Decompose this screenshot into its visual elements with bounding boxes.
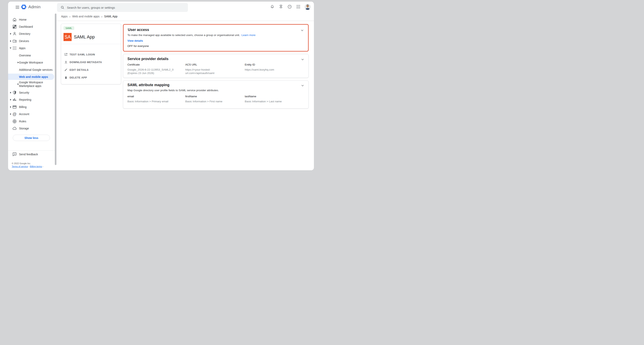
sidebar-item-label: Additional Google services bbox=[19, 68, 52, 72]
saml-attribute-mapping-panel: SAML attribute mapping Map Google direct… bbox=[123, 80, 309, 108]
certificate-field: Certificate Google_2026-6-22-113953_SAML… bbox=[128, 63, 184, 75]
breadcrumb-current: SAML App bbox=[104, 15, 118, 18]
edit-details-button[interactable]: EDIT DETAILS bbox=[61, 66, 121, 73]
cloud-icon bbox=[12, 126, 17, 131]
chevron-down-icon[interactable] bbox=[300, 28, 304, 32]
avatar[interactable] bbox=[304, 4, 311, 10]
sidebar-item-web-and-mobile-apps[interactable]: Web and mobile apps bbox=[8, 74, 54, 80]
view-details-link[interactable]: View details bbox=[128, 39, 143, 42]
breadcrumb-apps[interactable]: Apps bbox=[61, 15, 68, 18]
top-right-icons: ? bbox=[270, 2, 311, 12]
at-sign-icon: @ bbox=[12, 112, 17, 116]
panel-title: SAML attribute mapping bbox=[128, 83, 170, 87]
breadcrumb-separator: › bbox=[101, 15, 102, 18]
devices-icon bbox=[12, 39, 17, 44]
sidebar-item-google-workspace[interactable]: Google Workspace bbox=[8, 59, 57, 66]
user-access-description: To make the managed app available to sel… bbox=[128, 34, 256, 36]
sidebar-divider bbox=[8, 150, 57, 151]
expand-right-icon[interactable] bbox=[18, 83, 19, 85]
trash-icon bbox=[64, 76, 68, 79]
bar-chart-icon bbox=[12, 97, 17, 102]
billing-terms-link[interactable]: Billing terms bbox=[30, 165, 42, 168]
sidebar-item-label: Google Workspace bbox=[19, 61, 43, 64]
field-value: Basic Information > Last name bbox=[245, 100, 301, 103]
main-area: Apps › Web and mobile apps › SAML App SA… bbox=[57, 12, 314, 170]
sidebar-item-label: Storage bbox=[19, 127, 29, 130]
expand-right-icon[interactable] bbox=[10, 33, 11, 34]
saml-type-badge: SAML bbox=[64, 26, 74, 30]
menu-icon[interactable] bbox=[15, 4, 20, 9]
shield-icon bbox=[12, 90, 17, 95]
sidebar-item-apps[interactable]: Apps bbox=[8, 44, 57, 52]
sidebar-item-label: Web and mobile apps bbox=[19, 75, 48, 78]
chevron-down-icon[interactable] bbox=[300, 58, 304, 62]
expand-right-icon[interactable] bbox=[10, 99, 11, 100]
description-text: To make the managed app available to sel… bbox=[128, 34, 240, 36]
panel-title: User access bbox=[128, 28, 149, 32]
copyright-text: © 2022 Google Inc. bbox=[12, 162, 31, 164]
lastname-mapping-field: lastName Basic Information > Last name bbox=[245, 95, 301, 103]
expand-right-icon[interactable] bbox=[10, 92, 11, 94]
sidebar-item-devices[interactable]: Devices bbox=[8, 38, 57, 44]
content-area: SAML SA SAML App TEST SAML LOGIN bbox=[57, 21, 314, 170]
show-less-button[interactable]: Show less bbox=[13, 135, 50, 141]
sidebar-item-rules[interactable]: Rules bbox=[8, 118, 57, 125]
search-input[interactable] bbox=[67, 6, 176, 9]
sidebar-item-account[interactable]: @ Account bbox=[8, 110, 57, 118]
sidebar-item-label: Security bbox=[19, 91, 29, 94]
field-value: url.com>/api/oauth/saml bbox=[185, 72, 242, 75]
saml-app-card: SAML SA SAML App TEST SAML LOGIN bbox=[61, 24, 121, 84]
sidebar-item-reporting[interactable]: Reporting bbox=[8, 96, 57, 103]
field-value: https://<your-hosted- bbox=[185, 68, 242, 72]
sidebar-item-directory[interactable]: Directory bbox=[8, 30, 57, 37]
send-feedback-button[interactable]: Send feedback bbox=[8, 151, 57, 158]
apps-grid-icon[interactable] bbox=[296, 4, 301, 9]
svg-text:?: ? bbox=[289, 6, 290, 8]
sidebar-item-home[interactable]: Home bbox=[8, 16, 57, 23]
product-name: Admin bbox=[28, 4, 41, 9]
breadcrumb-web-and-mobile-apps[interactable]: Web and mobile apps bbox=[72, 15, 100, 18]
footer-separator: - bbox=[28, 165, 30, 168]
app-title: SAML App bbox=[74, 33, 95, 41]
sidebar-item-overview[interactable]: Overview bbox=[8, 52, 57, 59]
action-label: EDIT DETAILS bbox=[70, 68, 88, 72]
sidebar-scrollbar[interactable] bbox=[55, 14, 56, 165]
sidebar-item-dashboard[interactable]: Dashboard bbox=[8, 23, 57, 30]
sidebar-item-additional-google-services[interactable]: Additional Google services bbox=[8, 66, 57, 73]
search-bar[interactable] bbox=[57, 3, 188, 12]
delete-app-button[interactable]: DELETE APP bbox=[61, 74, 121, 81]
sidebar-item-label: Apps bbox=[19, 46, 26, 50]
help-icon[interactable]: ? bbox=[287, 4, 292, 9]
open-in-new-icon bbox=[64, 52, 68, 56]
sidebar-item-label: Account bbox=[19, 112, 29, 116]
notifications-bell-icon[interactable] bbox=[270, 4, 275, 9]
home-icon bbox=[12, 17, 17, 22]
chevron-down-icon[interactable] bbox=[300, 84, 304, 88]
admin-logo: Admin bbox=[21, 4, 41, 10]
feedback-icon bbox=[12, 152, 17, 157]
footer-separator: - bbox=[42, 165, 44, 168]
credit-card-icon bbox=[12, 104, 17, 110]
learn-more-link[interactable]: Learn more bbox=[242, 34, 256, 36]
download-metadata-button[interactable]: DOWNLOAD METADATA bbox=[61, 59, 121, 65]
expand-right-icon[interactable] bbox=[10, 106, 11, 108]
field-label: lastName bbox=[245, 95, 301, 98]
collapse-down-icon[interactable] bbox=[10, 48, 11, 49]
test-saml-login-button[interactable]: TEST SAML LOGIN bbox=[61, 51, 121, 58]
expand-right-icon[interactable] bbox=[18, 62, 19, 63]
expand-right-icon[interactable] bbox=[10, 40, 11, 42]
sidebar-item-label: Google Workspace Marketplace apps bbox=[19, 80, 49, 88]
sidebar-item-label: Reporting bbox=[19, 98, 31, 101]
action-label: DELETE APP bbox=[70, 76, 87, 79]
action-label: TEST SAML LOGIN bbox=[70, 53, 95, 56]
acs-url-field: ACS URL https://<your-hosted- url.com>/a… bbox=[185, 63, 242, 75]
sidebar-item-billing[interactable]: Billing bbox=[8, 103, 57, 110]
sidebar-item-storage[interactable]: Storage bbox=[8, 125, 57, 132]
terms-of-service-link[interactable]: Terms of service bbox=[12, 165, 28, 168]
sidebar-item-label: Directory bbox=[19, 32, 30, 36]
sidebar-item-security[interactable]: Security bbox=[8, 89, 57, 96]
tasks-hourglass-icon[interactable] bbox=[278, 4, 283, 9]
expand-right-icon[interactable] bbox=[10, 113, 11, 115]
rules-wheel-icon bbox=[12, 119, 17, 124]
sidebar-item-marketplace-apps[interactable]: Google Workspace Marketplace apps bbox=[8, 80, 57, 88]
